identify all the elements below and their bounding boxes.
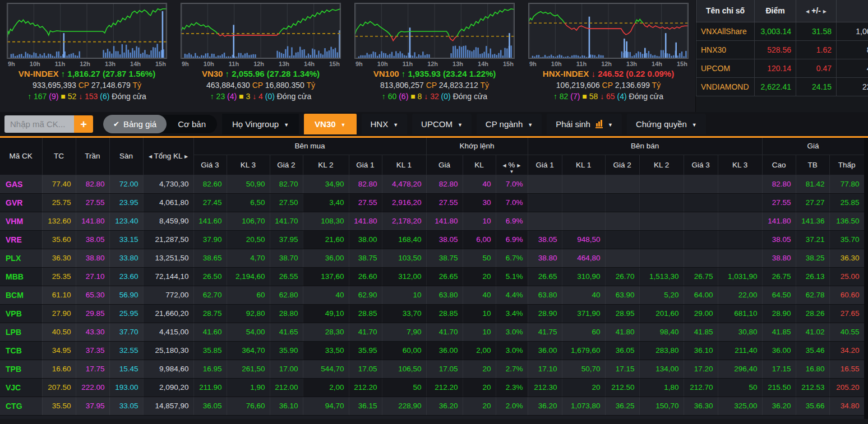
stock-symbol[interactable]: TPB (0, 360, 42, 378)
column-header-m-ck[interactable]: Mã CK (0, 138, 42, 175)
tab-hnx[interactable]: HNX▼ (362, 114, 408, 134)
price-cell: 16.95 (193, 360, 227, 378)
index-row-hnx30[interactable]: HNX30528.561.6288,0 (696, 40, 868, 59)
table-row-vpb[interactable]: VPB27.9029.8525.9521,660,2028.7592,8028.… (0, 304, 864, 323)
table-row-gas[interactable]: GAS77.4082.8072.004,730,3082.6050,9082.7… (0, 175, 864, 193)
scroll-right-icon[interactable]: ▶ (823, 9, 827, 14)
price-cell: 27.55 (349, 193, 382, 212)
stock-symbol[interactable]: VPB (0, 304, 42, 323)
tab-vn30[interactable]: VN30 ▼ (304, 114, 356, 134)
price-cell: 20 (463, 378, 496, 397)
index-headline: VN30 ↑ 2,055.96 (27.28 1.34%) (181, 68, 341, 80)
price-cell: 37.21 (796, 230, 829, 249)
table-row-plx[interactable]: PLX36.3038.8033.8013,251,5038.654,7038.7… (0, 249, 864, 267)
index-row-vnxallshare[interactable]: VNXAllShare3,003.1431.581,008,2 (696, 22, 868, 40)
column-header-s-n[interactable]: Sàn (109, 138, 143, 175)
x-tick-label: 12h (253, 60, 264, 67)
column-header-kl-3[interactable]: KL 3 (718, 155, 762, 175)
price-cell: 33,50 (303, 341, 349, 360)
tab-ch-ng-quy-n[interactable]: Chứng quyền▼ (627, 114, 706, 134)
column-header-kl-3[interactable]: KL 3 (227, 155, 270, 175)
price-cell (718, 249, 762, 267)
stock-symbol[interactable]: TCB (0, 341, 42, 360)
unchanged-square-icon: ■ (582, 92, 587, 101)
tab-cp-ng-nh[interactable]: CP ngành▼ (477, 114, 542, 134)
column-header-tc[interactable]: TC (42, 138, 76, 175)
price-cell: 2.3% (496, 378, 528, 397)
price-cell (528, 175, 562, 193)
price-cell: 103,50 (382, 249, 426, 267)
search-input[interactable] (4, 115, 74, 133)
column-header-tr-n[interactable]: Trần (76, 138, 109, 175)
column-header-gi-1[interactable]: Giá 1 (349, 155, 382, 175)
scroll-left-icon[interactable]: ◀ (503, 163, 506, 168)
column-header-th-p[interactable]: Thấp (829, 155, 864, 175)
stock-symbol[interactable]: MBB (0, 267, 42, 286)
column-header-gi-2[interactable]: Giá 2 (605, 155, 639, 175)
column-header-kl[interactable]: KL (463, 155, 496, 175)
price-cell: 27.45 (193, 193, 227, 212)
column-header-gi-3[interactable]: Giá 3 (684, 155, 718, 175)
price-cell (684, 212, 718, 230)
scroll-left-icon[interactable]: ◀ (806, 9, 809, 14)
table-row-lpb[interactable]: LPB40.5043.3037.704,415,0041.6054,0041.6… (0, 323, 864, 341)
scroll-right-icon[interactable]: ▶ (184, 154, 188, 159)
price-cell (605, 175, 639, 193)
price-cell: 7,90 (382, 323, 426, 341)
stock-symbol[interactable]: PLX (0, 249, 42, 267)
index-row-upcom[interactable]: UPCOM120.140.4744,0 (696, 59, 868, 77)
column-header-gi-3[interactable]: Giá 3 (193, 155, 227, 175)
table-row-vre[interactable]: VRE35.6038.0533.1521,287,5037.9020,5037.… (0, 230, 864, 249)
scroll-left-icon[interactable]: ◀ (149, 154, 152, 159)
column-header-kl-2[interactable]: KL 2 (639, 155, 684, 175)
table-row-ctg[interactable]: CTG35.5037.9533.0514,857,9036.0576,6036.… (0, 397, 864, 415)
tab-ph-i-sinh[interactable]: Phái sinh▼ (547, 114, 622, 134)
price-cell: 17.05 (349, 360, 382, 378)
column-header-kl-1[interactable]: KL 1 (562, 155, 605, 175)
tab-upcom[interactable]: UPCOM▼ (412, 114, 472, 134)
stock-symbol[interactable]: LPB (0, 323, 42, 341)
table-row-tpb[interactable]: TPB16.6017.7515.459,984,6016.95261,5017.… (0, 360, 864, 378)
stock-symbol[interactable]: BCM (0, 286, 42, 304)
price-cell: 40.55 (829, 323, 864, 341)
price-cell: 6,00 (463, 230, 496, 249)
table-row-vjc[interactable]: VJC207.50222.00193.002,090,20211.901,902… (0, 378, 864, 397)
price-cell: 2,194,60 (227, 267, 270, 286)
table-row-vhm[interactable]: VHM132.60141.80123.408,459,90141.60106,7… (0, 212, 864, 230)
price-cell: 772,00 (143, 286, 193, 304)
add-symbol-button[interactable]: + (74, 115, 93, 133)
table-row-tcb[interactable]: TCB34.9537.3532.5525,180,3035.85364,7035… (0, 341, 864, 360)
stock-symbol[interactable]: VHM (0, 212, 42, 230)
table-row-bcm[interactable]: BCM61.1065.3056.90772,0062.706062.804062… (0, 286, 864, 304)
fundamental-toggle[interactable]: Cơ bản (167, 119, 217, 129)
stock-symbol[interactable]: CTG (0, 397, 42, 415)
table-row-mbb[interactable]: MBB25.3527.1023.6072,144,1026.502,194,60… (0, 267, 864, 286)
price-cell: 41.85 (684, 323, 718, 341)
column-header-tb[interactable]: TB (796, 155, 829, 175)
column-header-kl-1[interactable]: KL 1 (382, 155, 426, 175)
stock-symbol[interactable]: VJC (0, 378, 42, 397)
stock-symbol[interactable]: GVR (0, 193, 42, 212)
column-header--[interactable]: ◀ % ▶▼ (496, 155, 528, 175)
vingroup-dropdown[interactable]: Họ Vingroup ▼ (222, 114, 299, 134)
column-header-kl-2[interactable]: KL 2 (303, 155, 349, 175)
price-cell: 28.80 (270, 304, 303, 323)
stock-symbol[interactable]: VRE (0, 230, 42, 249)
scroll-right-icon[interactable]: ▶ (517, 163, 520, 168)
price-cell: 43.30 (76, 323, 109, 341)
price-cell (718, 212, 762, 230)
price-board-toggle[interactable]: ✔ Bảng giá (103, 115, 167, 133)
column-header-t-ng-kl[interactable]: ◀ Tổng KL ▶ (143, 138, 193, 175)
column-header-gi-1[interactable]: Giá 1 (528, 155, 562, 175)
table-row-gvr[interactable]: GVR25.7527.5523.954,061,8027.456,5027.50… (0, 193, 864, 212)
index-change-header[interactable]: ◀ +/- ▶ (796, 0, 837, 22)
decliners-count: 4 (258, 92, 263, 101)
stock-symbol[interactable]: GAS (0, 175, 42, 193)
column-header-gi-[interactable]: Giá (426, 155, 463, 175)
index-row-vndiamond[interactable]: VNDIAMOND2,622.4124.15224,4 (696, 77, 868, 96)
column-header-gi-2[interactable]: Giá 2 (270, 155, 303, 175)
price-cell: 77.80 (829, 175, 864, 193)
column-header-cao[interactable]: Cao (762, 155, 796, 175)
price-cell: 82.60 (193, 175, 227, 193)
vertical-scrollbar[interactable] (864, 138, 868, 419)
